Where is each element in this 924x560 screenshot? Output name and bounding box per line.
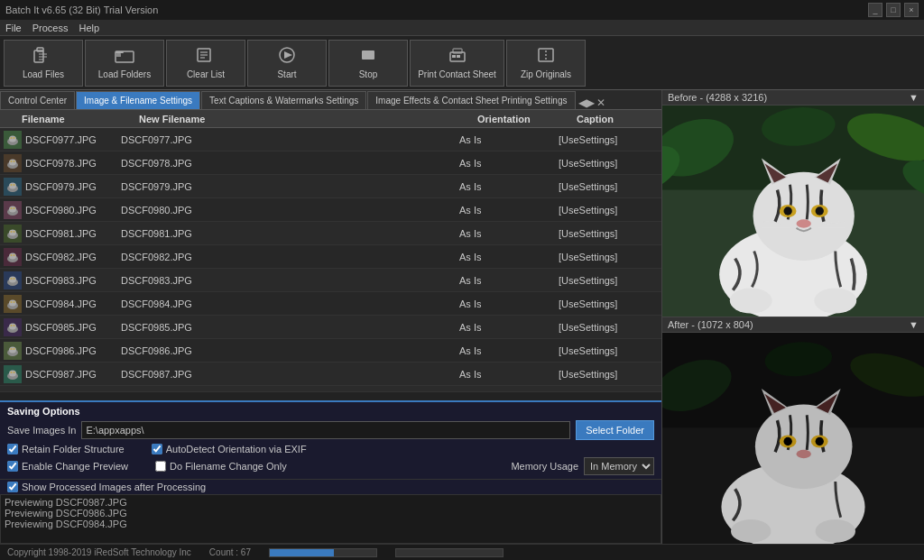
file-row[interactable]: DSCF0985.JPG DSCF0985.JPG As Is [UseSett… — [0, 316, 661, 339]
file-row-new-filename: DSCF0984.JPG — [121, 298, 192, 309]
file-row[interactable]: DSCF0977.JPG DSCF0977.JPG As Is [UseSett… — [0, 128, 661, 151]
svg-point-62 — [14, 325, 15, 326]
svg-point-46 — [11, 254, 13, 256]
svg-point-113 — [731, 519, 771, 543]
tab-control-center[interactable]: Control Center — [0, 91, 75, 109]
file-row[interactable]: DSCF0984.JPG DSCF0984.JPG As Is [UseSett… — [0, 292, 661, 316]
svg-point-108 — [797, 450, 811, 458]
file-row[interactable]: DSCF0982.JPG DSCF0982.JPG As Is [UseSett… — [0, 245, 661, 269]
svg-point-60 — [9, 323, 16, 329]
file-row-new-filename: DSCF0985.JPG — [121, 322, 192, 333]
tab-image-filename-settings[interactable]: Image & Filename Settings — [76, 91, 200, 109]
file-row-new-filename: DSCF0978.JPG — [121, 158, 192, 169]
file-row-caption: [UseSettings] — [559, 369, 617, 380]
minimize-button[interactable]: _ — [868, 3, 882, 17]
file-row-orientation: As Is — [459, 322, 481, 333]
print-contact-sheet-button[interactable]: Print Contact Sheet — [410, 40, 504, 87]
file-row-orientation: As Is — [459, 181, 481, 192]
file-row[interactable]: DSCF0978.JPG DSCF0978.JPG As Is [UseSett… — [0, 151, 661, 175]
menu-file[interactable]: File — [5, 23, 22, 33]
titlebar-controls: _ □ × — [868, 3, 919, 17]
file-row[interactable]: DSCF0987.JPG DSCF0987.JPG As Is [UseSett… — [0, 363, 661, 386]
svg-point-86 — [797, 219, 811, 227]
maximize-button[interactable]: □ — [886, 3, 901, 17]
tab-close-arrow[interactable]: ✕ — [596, 96, 605, 109]
file-row[interactable]: DSCF0980.JPG DSCF0980.JPG As Is [UseSett… — [0, 198, 661, 222]
toolbar: Load Files Load Folders Clear List Start… — [0, 36, 924, 90]
saving-options-panel: Saving Options Save Images In Select Fol… — [0, 400, 661, 479]
tab-image-filename-label: Image & Filename Settings — [84, 96, 192, 106]
file-list-container: Filename New Filename Orientation Captio… — [0, 110, 661, 400]
col-header-orientation: Orientation — [459, 114, 559, 124]
svg-point-36 — [11, 207, 13, 209]
file-row-filename: DSCF0985.JPG — [25, 322, 97, 333]
select-folder-button[interactable]: Select Folder — [576, 420, 654, 440]
save-images-in-label: Save Images In — [7, 425, 76, 436]
start-button[interactable]: Start — [247, 40, 327, 87]
autodetect-orientation-checkbox[interactable] — [152, 444, 162, 454]
app-title: Batch It v6.65 (32 Bit) Trial Version — [5, 5, 158, 15]
show-processed-images-checkbox[interactable] — [7, 482, 18, 492]
before-preview-dropdown-icon[interactable]: ▼ — [909, 92, 919, 103]
svg-point-50 — [9, 276, 16, 282]
print-contact-sheet-label: Print Contact Sheet — [418, 69, 496, 79]
file-row[interactable]: DSCF0981.JPG DSCF0981.JPG As Is [UseSett… — [0, 222, 661, 245]
show-processed-row: Show Processed Images after Processing — [0, 479, 661, 494]
menu-help[interactable]: Help — [79, 23, 99, 33]
saving-options-checkboxes-row3: Enable Change Preview Do Filename Change… — [7, 457, 654, 475]
svg-point-27 — [14, 161, 15, 162]
file-row-orientation: As Is — [459, 298, 481, 309]
file-row[interactable]: DSCF0983.JPG DSCF0983.JPG As Is [UseSett… — [0, 269, 661, 292]
horizontal-scrollbar[interactable] — [0, 391, 661, 400]
file-row[interactable]: DSCF0979.JPG DSCF0979.JPG As Is [UseSett… — [0, 175, 661, 198]
file-row[interactable]: DSCF0986.JPG DSCF0986.JPG As Is [UseSett… — [0, 339, 661, 363]
col-header-filename: Filename — [4, 114, 121, 124]
file-list-wrap: DSCF0977.JPG DSCF0977.JPG As Is [UseSett… — [0, 128, 661, 391]
tab-text-captions[interactable]: Text Captions & Watermarks Settings — [201, 91, 366, 109]
close-button[interactable]: × — [904, 3, 919, 17]
log-area: Previewing DSCF0987.JPGPreviewing DSCF09… — [0, 494, 661, 544]
svg-point-114 — [816, 519, 855, 543]
svg-point-41 — [11, 231, 13, 233]
load-files-button[interactable]: Load Files — [4, 40, 83, 87]
file-row-new-filename: DSCF0979.JPG — [121, 181, 192, 192]
file-list-body[interactable]: DSCF0977.JPG DSCF0977.JPG As Is [UseSett… — [0, 128, 661, 391]
svg-point-26 — [11, 161, 13, 162]
memory-usage-select[interactable]: In MemoryOn Disk — [584, 457, 654, 475]
svg-point-56 — [11, 301, 13, 303]
titlebar: Batch It v6.65 (32 Bit) Trial Version _ … — [0, 0, 924, 20]
tab-nav-arrows[interactable]: ◀▶ — [578, 96, 595, 109]
after-preview-dropdown-icon[interactable]: ▼ — [909, 319, 919, 330]
stop-button[interactable]: Stop — [328, 40, 408, 87]
menu-process[interactable]: Process — [32, 23, 69, 33]
svg-point-21 — [11, 137, 13, 139]
file-row-orientation: As Is — [459, 205, 481, 216]
file-row-new-filename: DSCF0983.JPG — [121, 275, 192, 286]
retain-folder-structure-checkbox[interactable] — [7, 444, 18, 454]
start-label: Start — [277, 69, 296, 79]
autodetect-orientation-label: AutoDetect Orientation via EXIF — [152, 444, 307, 454]
log-line: Previewing DSCF0986.JPG — [5, 508, 657, 519]
svg-point-37 — [14, 207, 15, 209]
tab-image-effects[interactable]: Image Effects & Contact Sheet Printing S… — [367, 91, 575, 109]
saving-options-checkboxes-row2: Retain Folder Structure AutoDetect Orien… — [7, 444, 654, 454]
file-row-filename: DSCF0980.JPG — [25, 205, 97, 216]
do-filename-change-checkbox[interactable] — [155, 461, 166, 472]
file-row-caption: [UseSettings] — [559, 252, 617, 262]
svg-point-55 — [9, 299, 16, 306]
load-folders-label: Load Folders — [98, 69, 151, 79]
file-row-caption: [UseSettings] — [559, 158, 617, 169]
save-path-input[interactable] — [81, 421, 570, 439]
clear-list-button[interactable]: Clear List — [166, 40, 245, 87]
enable-change-preview-checkbox[interactable] — [7, 461, 18, 472]
show-processed-images-label: Show Processed Images after Processing — [7, 482, 206, 492]
log-line: Previewing DSCF0984.JPG — [5, 519, 657, 529]
after-preview-area — [662, 333, 924, 544]
load-folders-button[interactable]: Load Folders — [85, 40, 164, 87]
main-content: Control Center Image & Filename Settings… — [0, 90, 924, 544]
file-row-filename: DSCF0986.JPG — [25, 345, 97, 356]
svg-point-40 — [9, 229, 16, 235]
zip-originals-button[interactable]: Zip Originals — [506, 40, 586, 87]
zip-originals-label: Zip Originals — [521, 69, 571, 79]
show-processed-images-text: Show Processed Images after Processing — [22, 482, 206, 492]
